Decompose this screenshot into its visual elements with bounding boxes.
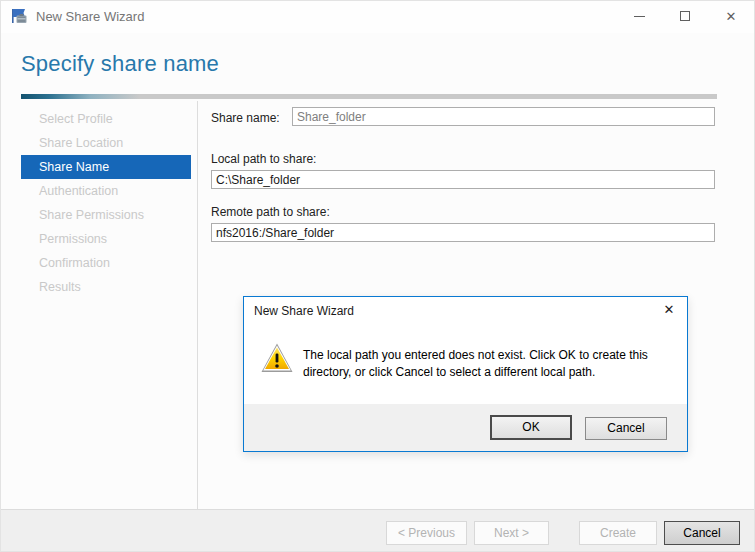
local-path-input[interactable]: [211, 170, 715, 189]
wizard-progress-bar: [21, 94, 717, 99]
share-name-input[interactable]: [292, 107, 715, 126]
confirmation-dialog: New Share Wizard ✕ The local path you en…: [243, 296, 688, 452]
next-button[interactable]: Next >: [474, 521, 549, 545]
sidebar-item-share-location[interactable]: Share Location: [21, 131, 191, 155]
wizard-steps-sidebar: Select Profile Share Location Share Name…: [21, 107, 191, 299]
window-title: New Share Wizard: [36, 1, 144, 33]
sidebar-divider: [197, 101, 198, 511]
dialog-footer: OK Cancel: [244, 404, 687, 451]
close-button[interactable]: ✕: [708, 1, 754, 33]
window-controls: ✕: [616, 1, 754, 33]
share-name-label: Share name:: [211, 111, 280, 125]
title-bar: New Share Wizard ✕: [1, 1, 754, 33]
sidebar-item-authentication[interactable]: Authentication: [21, 179, 191, 203]
previous-button[interactable]: < Previous: [386, 521, 467, 545]
sidebar-item-select-profile[interactable]: Select Profile: [21, 107, 191, 131]
local-path-label: Local path to share:: [211, 152, 316, 166]
sidebar-item-results[interactable]: Results: [21, 275, 191, 299]
sidebar-item-share-name[interactable]: Share Name: [21, 155, 191, 179]
maximize-icon: [680, 11, 690, 21]
server-manager-icon: [11, 8, 28, 25]
minimize-button[interactable]: [616, 1, 662, 33]
remote-path-label: Remote path to share:: [211, 205, 330, 219]
sidebar-item-share-permissions[interactable]: Share Permissions: [21, 203, 191, 227]
maximize-button[interactable]: [662, 1, 708, 33]
dialog-title: New Share Wizard: [254, 304, 354, 318]
page-title: Specify share name: [21, 51, 219, 77]
sidebar-item-confirmation[interactable]: Confirmation: [21, 251, 191, 275]
cancel-button[interactable]: Cancel: [664, 521, 740, 545]
dialog-close-button[interactable]: ✕: [655, 299, 683, 321]
warning-icon: [261, 343, 293, 373]
dialog-message: The local path you entered does not exis…: [303, 347, 687, 381]
close-icon: ✕: [708, 1, 754, 33]
wizard-footer: < Previous Next > Create Cancel: [1, 509, 754, 551]
dialog-cancel-button[interactable]: Cancel: [585, 417, 667, 440]
minimize-icon: [634, 16, 645, 17]
dialog-ok-button[interactable]: OK: [490, 415, 572, 440]
sidebar-item-permissions[interactable]: Permissions: [21, 227, 191, 251]
remote-path-input[interactable]: [211, 223, 715, 242]
create-button[interactable]: Create: [579, 521, 657, 545]
new-share-wizard-window: New Share Wizard ✕ Specify share name Se…: [0, 0, 755, 552]
